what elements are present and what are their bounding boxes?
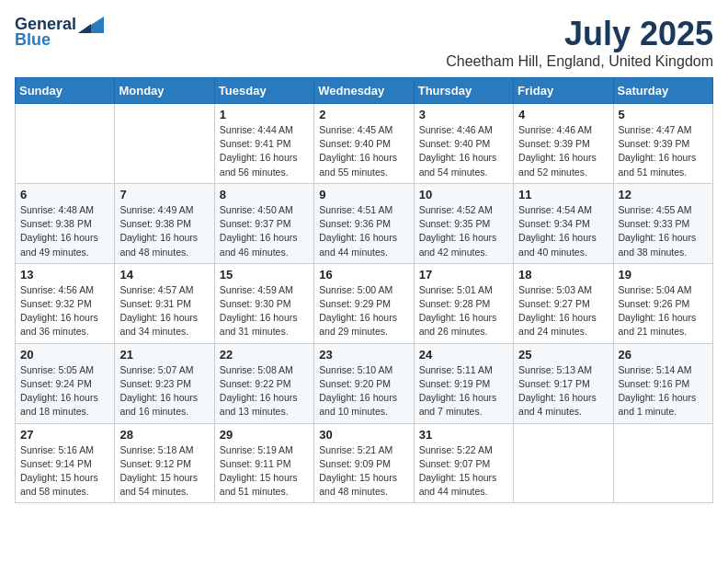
calendar-week-row: 1Sunrise: 4:44 AMSunset: 9:41 PMDaylight… [16, 104, 713, 184]
day-info: Sunrise: 4:44 AMSunset: 9:41 PMDaylight:… [220, 123, 309, 179]
day-number: 14 [119, 268, 209, 282]
day-info: Sunrise: 5:16 AMSunset: 9:14 PMDaylight:… [20, 443, 109, 500]
day-number: 13 [20, 268, 109, 282]
day-info: Sunrise: 4:52 AMSunset: 9:35 PMDaylight:… [419, 203, 508, 259]
day-number: 11 [518, 188, 608, 201]
day-header-tuesday: Tuesday [214, 78, 313, 104]
calendar-cell [514, 423, 613, 503]
calendar-week-row: 13Sunrise: 4:56 AMSunset: 9:32 PMDayligh… [16, 263, 713, 343]
calendar-cell: 5Sunrise: 4:47 AMSunset: 9:39 PMDaylight… [613, 104, 712, 184]
day-info: Sunrise: 5:19 AMSunset: 9:11 PMDaylight:… [220, 443, 309, 500]
calendar-cell: 31Sunrise: 5:22 AMSunset: 9:07 PMDayligh… [414, 423, 513, 503]
day-info: Sunrise: 5:21 AMSunset: 9:09 PMDaylight:… [319, 443, 408, 500]
calendar-cell: 21Sunrise: 5:07 AMSunset: 9:23 PMDayligh… [115, 343, 214, 423]
calendar-cell: 7Sunrise: 4:49 AMSunset: 9:38 PMDaylight… [115, 183, 214, 263]
day-number: 5 [619, 108, 708, 121]
day-number: 30 [319, 428, 408, 442]
day-number: 29 [220, 428, 309, 442]
day-number: 12 [619, 188, 708, 201]
calendar-cell: 25Sunrise: 5:13 AMSunset: 9:17 PMDayligh… [514, 343, 613, 423]
calendar-week-row: 20Sunrise: 5:05 AMSunset: 9:24 PMDayligh… [16, 343, 713, 423]
day-number: 21 [119, 348, 209, 362]
day-number: 18 [518, 268, 608, 282]
calendar-cell: 22Sunrise: 5:08 AMSunset: 9:22 PMDayligh… [214, 343, 313, 423]
calendar-cell: 29Sunrise: 5:19 AMSunset: 9:11 PMDayligh… [214, 423, 313, 503]
day-info: Sunrise: 5:07 AMSunset: 9:23 PMDaylight:… [119, 363, 209, 419]
day-info: Sunrise: 4:46 AMSunset: 9:40 PMDaylight:… [419, 123, 508, 179]
calendar-cell [613, 423, 712, 503]
day-info: Sunrise: 5:03 AMSunset: 9:27 PMDaylight:… [518, 283, 608, 339]
calendar-cell [115, 104, 214, 184]
calendar-cell: 28Sunrise: 5:18 AMSunset: 9:12 PMDayligh… [115, 423, 214, 503]
month-title: July 2025 [446, 15, 713, 53]
page-header: General Blue July 2025 Cheetham Hill, En… [15, 15, 713, 70]
title-block: July 2025 Cheetham Hill, England, United… [446, 15, 713, 70]
day-info: Sunrise: 5:11 AMSunset: 9:19 PMDaylight:… [419, 363, 508, 419]
day-number: 19 [619, 268, 708, 282]
day-info: Sunrise: 4:51 AMSunset: 9:36 PMDaylight:… [319, 203, 408, 259]
day-number: 17 [419, 268, 508, 282]
day-number: 9 [319, 188, 408, 201]
logo-blue-text: Blue [15, 30, 51, 50]
day-info: Sunrise: 5:18 AMSunset: 9:12 PMDaylight:… [119, 443, 209, 500]
day-info: Sunrise: 4:56 AMSunset: 9:32 PMDaylight:… [20, 283, 109, 339]
calendar-cell: 24Sunrise: 5:11 AMSunset: 9:19 PMDayligh… [414, 343, 513, 423]
day-info: Sunrise: 4:50 AMSunset: 9:37 PMDaylight:… [220, 203, 309, 259]
logo-icon [78, 17, 104, 33]
calendar-cell: 13Sunrise: 4:56 AMSunset: 9:32 PMDayligh… [16, 263, 115, 343]
calendar-cell: 15Sunrise: 4:59 AMSunset: 9:30 PMDayligh… [214, 263, 313, 343]
day-info: Sunrise: 5:05 AMSunset: 9:24 PMDaylight:… [20, 363, 109, 419]
day-info: Sunrise: 4:46 AMSunset: 9:39 PMDaylight:… [518, 123, 608, 179]
calendar-cell: 19Sunrise: 5:04 AMSunset: 9:26 PMDayligh… [613, 263, 712, 343]
logo: General Blue [15, 15, 104, 50]
day-info: Sunrise: 4:48 AMSunset: 9:38 PMDaylight:… [20, 203, 109, 259]
svg-marker-1 [78, 24, 91, 33]
calendar-cell: 2Sunrise: 4:45 AMSunset: 9:40 PMDaylight… [314, 104, 414, 184]
calendar-table: SundayMondayTuesdayWednesdayThursdayFrid… [15, 77, 713, 503]
day-number: 4 [518, 108, 608, 121]
day-info: Sunrise: 4:47 AMSunset: 9:39 PMDaylight:… [619, 123, 708, 179]
calendar-cell: 18Sunrise: 5:03 AMSunset: 9:27 PMDayligh… [514, 263, 613, 343]
day-number: 3 [419, 108, 508, 121]
day-number: 31 [419, 428, 508, 442]
day-info: Sunrise: 5:00 AMSunset: 9:29 PMDaylight:… [319, 283, 408, 339]
calendar-week-row: 27Sunrise: 5:16 AMSunset: 9:14 PMDayligh… [16, 423, 713, 503]
calendar-cell: 26Sunrise: 5:14 AMSunset: 9:16 PMDayligh… [613, 343, 712, 423]
day-info: Sunrise: 5:22 AMSunset: 9:07 PMDaylight:… [419, 443, 508, 500]
day-info: Sunrise: 5:04 AMSunset: 9:26 PMDaylight:… [619, 283, 708, 339]
day-header-wednesday: Wednesday [314, 78, 414, 104]
calendar-cell: 3Sunrise: 4:46 AMSunset: 9:40 PMDaylight… [414, 104, 513, 184]
day-number: 27 [20, 428, 109, 442]
day-header-friday: Friday [514, 78, 613, 104]
day-number: 1 [220, 108, 309, 121]
calendar-cell: 23Sunrise: 5:10 AMSunset: 9:20 PMDayligh… [314, 343, 414, 423]
calendar-cell: 12Sunrise: 4:55 AMSunset: 9:33 PMDayligh… [613, 183, 712, 263]
day-header-monday: Monday [115, 78, 214, 104]
day-number: 8 [220, 188, 309, 201]
calendar-cell: 20Sunrise: 5:05 AMSunset: 9:24 PMDayligh… [16, 343, 115, 423]
day-info: Sunrise: 4:55 AMSunset: 9:33 PMDaylight:… [619, 203, 708, 259]
day-header-saturday: Saturday [613, 78, 712, 104]
day-number: 7 [119, 188, 209, 201]
day-info: Sunrise: 5:08 AMSunset: 9:22 PMDaylight:… [220, 363, 309, 419]
calendar-cell: 9Sunrise: 4:51 AMSunset: 9:36 PMDaylight… [314, 183, 414, 263]
day-info: Sunrise: 5:10 AMSunset: 9:20 PMDaylight:… [319, 363, 408, 419]
day-number: 20 [20, 348, 109, 362]
day-number: 24 [419, 348, 508, 362]
day-number: 28 [119, 428, 209, 442]
calendar-cell: 6Sunrise: 4:48 AMSunset: 9:38 PMDaylight… [16, 183, 115, 263]
day-number: 23 [319, 348, 408, 362]
day-number: 2 [319, 108, 408, 121]
calendar-cell: 16Sunrise: 5:00 AMSunset: 9:29 PMDayligh… [314, 263, 414, 343]
calendar-week-row: 6Sunrise: 4:48 AMSunset: 9:38 PMDaylight… [16, 183, 713, 263]
day-number: 15 [220, 268, 309, 282]
day-number: 25 [518, 348, 608, 362]
day-info: Sunrise: 4:57 AMSunset: 9:31 PMDaylight:… [119, 283, 209, 339]
calendar-cell: 14Sunrise: 4:57 AMSunset: 9:31 PMDayligh… [115, 263, 214, 343]
day-info: Sunrise: 4:45 AMSunset: 9:40 PMDaylight:… [319, 123, 408, 179]
day-number: 26 [619, 348, 708, 362]
calendar-cell: 27Sunrise: 5:16 AMSunset: 9:14 PMDayligh… [16, 423, 115, 503]
day-info: Sunrise: 5:14 AMSunset: 9:16 PMDaylight:… [619, 363, 708, 419]
calendar-cell [16, 104, 115, 184]
day-number: 10 [419, 188, 508, 201]
